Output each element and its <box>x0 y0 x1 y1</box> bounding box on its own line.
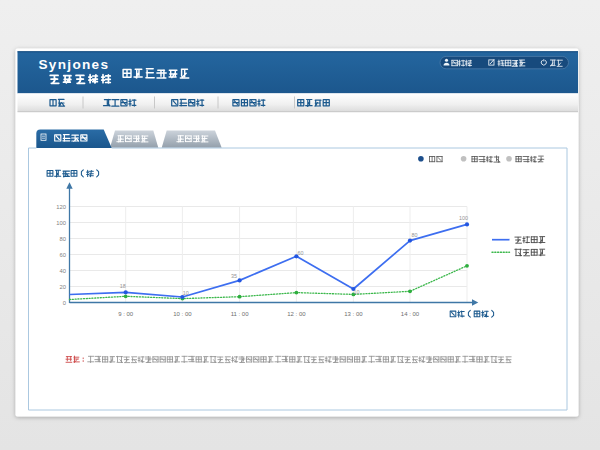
svg-text:13 : 00: 13 : 00 <box>344 311 363 317</box>
svg-text:60: 60 <box>60 252 66 258</box>
svg-text:80: 80 <box>411 232 417 238</box>
svg-text:10 : 00: 10 : 00 <box>173 311 192 317</box>
svg-text:9 : 00: 9 : 00 <box>118 311 134 317</box>
svg-text:100: 100 <box>459 215 468 221</box>
svg-text:14 : 00: 14 : 00 <box>401 311 420 317</box>
svg-text:Synjones: Synjones <box>39 57 110 72</box>
svg-text:18: 18 <box>120 283 126 289</box>
svg-text:12 : 00: 12 : 00 <box>287 311 306 317</box>
svg-text:11 : 00: 11 : 00 <box>231 311 250 317</box>
svg-text:10: 10 <box>183 290 189 296</box>
svg-text:100: 100 <box>56 220 66 226</box>
svg-text:60: 60 <box>297 250 303 256</box>
svg-text:120: 120 <box>56 204 66 210</box>
svg-text:35: 35 <box>231 273 237 279</box>
svg-text:20: 20 <box>60 284 66 290</box>
svg-text:0: 0 <box>63 300 66 306</box>
svg-text:80: 80 <box>60 236 66 242</box>
svg-text:40: 40 <box>60 268 66 274</box>
svg-text:10: 10 <box>354 289 360 295</box>
